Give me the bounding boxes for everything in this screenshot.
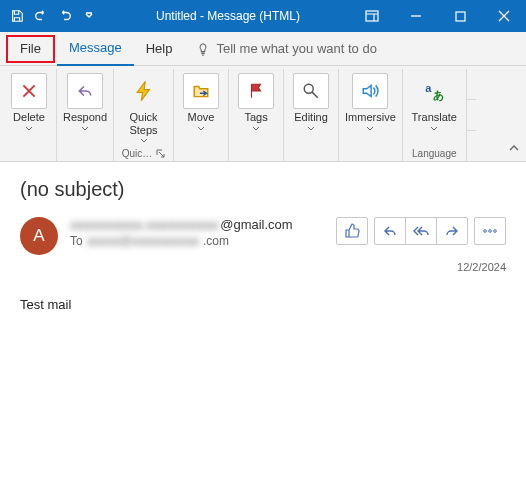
from-line: aaaaaaaaaa.aaaaaaaaaa@gmail.com	[70, 217, 324, 232]
translate-button[interactable]: aあ Translate	[408, 71, 461, 133]
tab-file[interactable]: File	[6, 35, 55, 63]
to-line: To aaaaa@aaaaaaaaaa.com	[70, 234, 324, 248]
message-header: A aaaaaaaaaa.aaaaaaaaaa@gmail.com To aaa…	[20, 217, 506, 255]
reply-all-button[interactable]	[405, 217, 437, 245]
quick-access-toolbar	[0, 5, 106, 27]
ribbon-group-respond: Respond	[56, 69, 113, 161]
message-subject: (no subject)	[20, 178, 506, 201]
respond-action-group	[374, 217, 468, 245]
forward-button[interactable]	[436, 217, 468, 245]
more-actions-button[interactable]	[474, 217, 506, 245]
chevron-down-icon	[197, 126, 205, 131]
ribbon-scroll-strip[interactable]	[466, 69, 476, 161]
chevron-down-icon	[25, 126, 33, 131]
undo-icon[interactable]	[30, 5, 52, 27]
tab-help[interactable]: Help	[134, 32, 185, 66]
sender-info: aaaaaaaaaa.aaaaaaaaaa@gmail.com To aaaaa…	[70, 217, 324, 248]
chevron-down-icon	[252, 126, 260, 131]
to-redacted: aaaaa@aaaaaaaaaa	[87, 234, 199, 248]
dialog-launcher-icon[interactable]	[156, 149, 165, 158]
window-controls	[350, 0, 526, 32]
maximize-button[interactable]	[438, 0, 482, 32]
to-domain: .com	[203, 234, 229, 248]
svg-text:あ: あ	[433, 89, 444, 102]
ribbon-group-quicksteps: Quick Steps Quic…	[113, 69, 173, 161]
svg-point-5	[484, 230, 487, 233]
window-titlebar: Untitled - Message (HTML)	[0, 0, 526, 32]
chevron-down-icon	[140, 138, 148, 143]
window-title: Untitled - Message (HTML)	[106, 9, 350, 23]
thumbs-up-icon	[344, 223, 360, 239]
ribbon-group-editing: Editing	[283, 69, 338, 161]
svg-point-6	[489, 230, 492, 233]
tell-me-search[interactable]: Tell me what you want to do	[196, 41, 376, 56]
message-date: 12/2/2024	[20, 261, 506, 273]
ribbon-group-delete: Delete	[2, 69, 56, 161]
flag-icon	[247, 82, 265, 100]
message-body: Test mail	[20, 297, 506, 312]
respond-button[interactable]: Respond	[59, 71, 111, 133]
quick-steps-button[interactable]: Quick Steps	[119, 71, 169, 145]
tab-message[interactable]: Message	[57, 32, 134, 66]
ribbon-group-immersive: Immersive	[338, 69, 402, 161]
svg-point-2	[304, 84, 313, 93]
from-redacted: aaaaaaaaaa.aaaaaaaaaa	[70, 217, 218, 232]
read-aloud-icon	[361, 82, 379, 100]
qat-more-icon[interactable]	[78, 5, 100, 27]
ellipsis-icon	[482, 223, 498, 239]
delete-button[interactable]: Delete	[4, 71, 54, 133]
ribbon-group-tags: Tags	[228, 69, 283, 161]
reply-all-arrow-icon	[412, 223, 430, 239]
from-domain: @gmail.com	[220, 217, 292, 232]
svg-point-7	[494, 230, 497, 233]
tags-button[interactable]: Tags	[231, 71, 281, 133]
reply-icon	[76, 82, 94, 100]
message-actions	[336, 217, 506, 245]
svg-text:a: a	[425, 82, 432, 94]
chevron-down-icon	[430, 126, 438, 131]
chevron-down-icon	[81, 126, 89, 131]
like-button[interactable]	[336, 217, 368, 245]
reply-arrow-icon	[382, 223, 398, 239]
folder-move-icon	[192, 82, 210, 100]
reply-button[interactable]	[374, 217, 406, 245]
to-label: To	[70, 234, 83, 248]
lightning-icon	[133, 80, 155, 102]
editing-button[interactable]: Editing	[286, 71, 336, 133]
forward-arrow-icon	[444, 223, 460, 239]
collapse-ribbon-button[interactable]	[508, 139, 520, 157]
chevron-down-icon	[307, 126, 315, 131]
x-icon	[20, 82, 38, 100]
translate-icon: aあ	[423, 80, 445, 102]
save-icon[interactable]	[6, 5, 28, 27]
reading-pane: (no subject) A aaaaaaaaaa.aaaaaaaaaa@gma…	[0, 162, 526, 322]
chevron-down-icon	[366, 126, 374, 131]
lightbulb-icon	[196, 42, 210, 56]
ribbon: Delete Respond Quick Steps Quic…	[0, 66, 526, 162]
ribbon-group-language: aあ Translate Language	[402, 69, 466, 161]
tell-me-placeholder: Tell me what you want to do	[216, 41, 376, 56]
ribbon-group-move: Move	[173, 69, 228, 161]
svg-rect-0	[366, 11, 378, 21]
close-button[interactable]	[482, 0, 526, 32]
minimize-button[interactable]	[394, 0, 438, 32]
svg-rect-1	[456, 12, 465, 21]
window-mode-icon[interactable]	[350, 0, 394, 32]
redo-icon[interactable]	[54, 5, 76, 27]
search-icon	[302, 82, 320, 100]
sender-avatar[interactable]: A	[20, 217, 58, 255]
immersive-button[interactable]: Immersive	[341, 71, 400, 133]
move-button[interactable]: Move	[176, 71, 226, 133]
tab-strip: File Message Help Tell me what you want …	[0, 32, 526, 66]
